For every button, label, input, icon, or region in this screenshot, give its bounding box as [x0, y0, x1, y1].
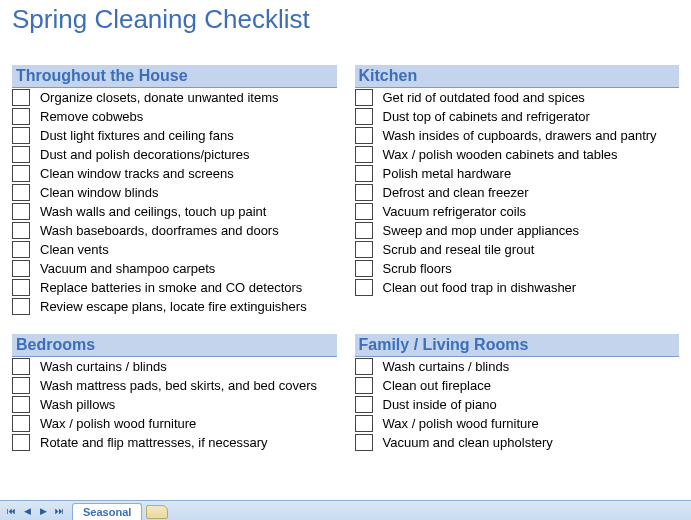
- item-text: Dust top of cabinets and refrigerator: [383, 107, 590, 126]
- checkbox[interactable]: [12, 127, 30, 144]
- checkbox[interactable]: [355, 415, 373, 432]
- list-item: Clean vents: [12, 240, 337, 259]
- checkbox[interactable]: [355, 222, 373, 239]
- checkbox[interactable]: [355, 260, 373, 277]
- checkbox[interactable]: [12, 222, 30, 239]
- list-item: Dust top of cabinets and refrigerator: [355, 107, 680, 126]
- item-text: Clean window blinds: [40, 183, 159, 202]
- list-item: Clean window blinds: [12, 183, 337, 202]
- item-text: Wash curtains / blinds: [383, 357, 510, 376]
- checkbox[interactable]: [12, 415, 30, 432]
- checkbox[interactable]: [355, 358, 373, 375]
- checkbox[interactable]: [12, 184, 30, 201]
- checkbox[interactable]: [355, 377, 373, 394]
- item-text: Wash curtains / blinds: [40, 357, 167, 376]
- checkbox[interactable]: [12, 146, 30, 163]
- item-text: Clean out food trap in dishwasher: [383, 278, 577, 297]
- list-item: Wax / polish wood furniture: [12, 414, 337, 433]
- section-header-bedrooms: Bedrooms: [12, 334, 337, 357]
- list-item: Scrub and reseal tile grout: [355, 240, 680, 259]
- list-item: Rotate and flip mattresses, if necessary: [12, 433, 337, 452]
- item-text: Wash walls and ceilings, touch up paint: [40, 202, 266, 221]
- checkbox[interactable]: [355, 165, 373, 182]
- list-item: Scrub floors: [355, 259, 680, 278]
- columns: Throughout the House Organize closets, d…: [12, 65, 679, 452]
- page: Spring Cleaning Checklist Throughout the…: [0, 0, 691, 452]
- checkbox[interactable]: [12, 203, 30, 220]
- checkbox[interactable]: [12, 396, 30, 413]
- checkbox[interactable]: [12, 241, 30, 258]
- item-text: Wash pillows: [40, 395, 115, 414]
- checkbox[interactable]: [355, 203, 373, 220]
- checkbox[interactable]: [12, 165, 30, 182]
- item-text: Scrub floors: [383, 259, 452, 278]
- list-item: Dust inside of piano: [355, 395, 680, 414]
- checkbox[interactable]: [355, 184, 373, 201]
- list-item: Clean out fireplace: [355, 376, 680, 395]
- item-text: Wax / polish wood furniture: [383, 414, 539, 433]
- list-item: Dust light fixtures and ceiling fans: [12, 126, 337, 145]
- sheet-tab-seasonal[interactable]: Seasonal: [72, 503, 142, 520]
- list-item: Get rid of outdated food and spices: [355, 88, 680, 107]
- item-text: Wash mattress pads, bed skirts, and bed …: [40, 376, 317, 395]
- list-item: Vacuum and shampoo carpets: [12, 259, 337, 278]
- item-text: Replace batteries in smoke and CO detect…: [40, 278, 302, 297]
- list-item: Wash curtains / blinds: [12, 357, 337, 376]
- checkbox[interactable]: [12, 89, 30, 106]
- list-item: Review escape plans, locate fire extingu…: [12, 297, 337, 316]
- checkbox[interactable]: [12, 108, 30, 125]
- item-text: Polish metal hardware: [383, 164, 512, 183]
- item-text: Sweep and mop under appliances: [383, 221, 580, 240]
- checkbox[interactable]: [355, 127, 373, 144]
- checkbox[interactable]: [355, 146, 373, 163]
- checkbox[interactable]: [12, 434, 30, 451]
- item-text: Scrub and reseal tile grout: [383, 240, 535, 259]
- checkbox[interactable]: [355, 89, 373, 106]
- item-text: Vacuum and clean upholstery: [383, 433, 553, 452]
- checkbox[interactable]: [12, 358, 30, 375]
- tab-nav-buttons: ⏮ ◀ ▶ ⏭: [0, 501, 70, 520]
- list-item: Remove cobwebs: [12, 107, 337, 126]
- nav-prev-icon[interactable]: ◀: [20, 504, 34, 518]
- list-item: Wash insides of cupboards, drawers and p…: [355, 126, 680, 145]
- sheet-tabbar: ⏮ ◀ ▶ ⏭ Seasonal: [0, 500, 691, 520]
- section-family-items: Wash curtains / blindsClean out fireplac…: [355, 357, 680, 452]
- item-text: Vacuum and shampoo carpets: [40, 259, 215, 278]
- spacer: [355, 315, 680, 334]
- list-item: Wax / polish wood furniture: [355, 414, 680, 433]
- item-text: Wash baseboards, doorframes and doors: [40, 221, 279, 240]
- item-text: Clean out fireplace: [383, 376, 491, 395]
- list-item: Polish metal hardware: [355, 164, 680, 183]
- nav-last-icon[interactable]: ⏭: [52, 504, 66, 518]
- checkbox[interactable]: [12, 298, 30, 315]
- section-header-kitchen: Kitchen: [355, 65, 680, 88]
- list-item: Vacuum and clean upholstery: [355, 433, 680, 452]
- item-text: Wash insides of cupboards, drawers and p…: [383, 126, 657, 145]
- checkbox[interactable]: [355, 396, 373, 413]
- sheet-tab-label: Seasonal: [83, 506, 131, 518]
- item-text: Vacuum refrigerator coils: [383, 202, 527, 221]
- checkbox[interactable]: [355, 279, 373, 296]
- checkbox[interactable]: [355, 241, 373, 258]
- new-sheet-icon[interactable]: [146, 505, 168, 519]
- section-house-items: Organize closets, donate unwanted itemsR…: [12, 88, 337, 316]
- right-column: Kitchen Get rid of outdated food and spi…: [355, 65, 680, 452]
- list-item: Wax / polish wooden cabinets and tables: [355, 145, 680, 164]
- nav-first-icon[interactable]: ⏮: [4, 504, 18, 518]
- checkbox[interactable]: [12, 260, 30, 277]
- item-text: Rotate and flip mattresses, if necessary: [40, 433, 268, 452]
- page-title: Spring Cleaning Checklist: [12, 4, 679, 35]
- list-item: Clean out food trap in dishwasher: [355, 278, 680, 297]
- item-text: Dust and polish decorations/pictures: [40, 145, 250, 164]
- section-bedrooms-items: Wash curtains / blindsWash mattress pads…: [12, 357, 337, 452]
- checkbox[interactable]: [355, 108, 373, 125]
- checkbox[interactable]: [12, 279, 30, 296]
- list-item: Wash curtains / blinds: [355, 357, 680, 376]
- item-text: Wax / polish wood furniture: [40, 414, 196, 433]
- tabbar-track: [168, 501, 691, 520]
- checkbox[interactable]: [355, 434, 373, 451]
- nav-next-icon[interactable]: ▶: [36, 504, 50, 518]
- item-text: Clean vents: [40, 240, 109, 259]
- checkbox[interactable]: [12, 377, 30, 394]
- section-header-house: Throughout the House: [12, 65, 337, 88]
